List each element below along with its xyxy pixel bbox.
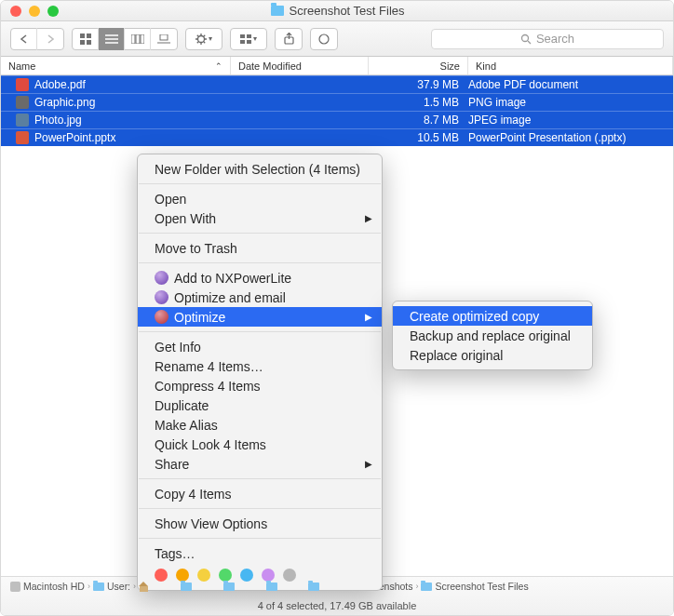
- svg-line-17: [197, 34, 198, 35]
- menu-open[interactable]: Open: [138, 189, 382, 208]
- menu-new-folder[interactable]: New Folder with Selection (4 Items): [138, 159, 382, 179]
- svg-line-18: [204, 41, 205, 42]
- menu-trash[interactable]: Move to Trash: [138, 238, 382, 258]
- svg-rect-3: [87, 40, 91, 45]
- file-icon: [16, 96, 29, 109]
- window-title: Screenshot Test Files: [59, 4, 617, 18]
- file-size: 10.5 MB: [369, 131, 468, 144]
- file-size: 1.5 MB: [369, 96, 468, 109]
- minimize-button[interactable]: [29, 6, 40, 17]
- chevron-right-icon: ›: [88, 582, 90, 591]
- svg-rect-22: [247, 34, 251, 38]
- menu-view-options[interactable]: Show View Options: [138, 514, 382, 533]
- file-kind: PNG image: [468, 96, 673, 109]
- menu-open-with[interactable]: Open With▶: [138, 208, 382, 228]
- svg-line-29: [528, 41, 531, 44]
- menu-rename[interactable]: Rename 4 Items…: [138, 356, 382, 376]
- column-name[interactable]: Name⌃: [1, 57, 231, 74]
- column-date[interactable]: Date Modified: [231, 57, 369, 74]
- file-name: Photo.jpg: [34, 114, 82, 127]
- file-icon: [16, 78, 29, 91]
- file-row[interactable]: PowerPoint.pptx10.5 MBPowerPoint Present…: [1, 128, 673, 146]
- optimize-submenu: Create optimized copy Backup and replace…: [392, 301, 593, 370]
- menu-get-info[interactable]: Get Info: [138, 337, 382, 356]
- close-button[interactable]: [10, 6, 21, 17]
- tag-color[interactable]: [219, 569, 232, 582]
- nav-buttons: [10, 28, 64, 50]
- menu-optimize-email[interactable]: Optimize and email: [138, 288, 382, 307]
- submenu-arrow-icon: ▶: [365, 213, 372, 223]
- file-icon: [16, 131, 29, 144]
- column-size[interactable]: Size: [369, 57, 468, 74]
- tags-button[interactable]: [310, 28, 338, 50]
- status-bar: 4 of 4 selected, 17.49 GB available: [1, 596, 673, 616]
- menu-quick-look[interactable]: Quick Look 4 Items: [138, 435, 382, 454]
- svg-rect-8: [136, 34, 140, 44]
- back-button[interactable]: [11, 28, 37, 50]
- svg-rect-1: [87, 33, 91, 38]
- tag-color[interactable]: [262, 569, 275, 582]
- svg-rect-21: [240, 34, 245, 38]
- svg-rect-10: [160, 34, 168, 40]
- fld-icon: [223, 583, 235, 591]
- menu-tags[interactable]: Tags…: [138, 543, 382, 563]
- file-size: 8.7 MB: [369, 114, 468, 127]
- column-kind[interactable]: Kind: [468, 57, 673, 74]
- menu-make-alias[interactable]: Make Alias: [138, 415, 382, 435]
- svg-point-27: [319, 34, 329, 44]
- menu-duplicate[interactable]: Duplicate: [138, 395, 382, 415]
- menu-add-nxpowerlite[interactable]: Add to NXPowerLite: [138, 268, 382, 288]
- submenu-arrow-icon: ▶: [365, 312, 372, 322]
- menu-optimize[interactable]: Optimize▶: [138, 307, 382, 327]
- folder-icon: [271, 6, 284, 16]
- svg-rect-23: [240, 40, 245, 44]
- sort-indicator-icon: ⌃: [215, 61, 222, 71]
- file-size: 37.9 MB: [369, 78, 468, 91]
- file-icon: [16, 114, 29, 127]
- forward-button[interactable]: [37, 28, 63, 50]
- submenu-replace[interactable]: Replace original: [393, 345, 592, 365]
- toolbar: ▾ ▾ Search: [1, 21, 673, 57]
- arrange-dropdown[interactable]: ▾: [230, 28, 267, 50]
- file-list[interactable]: Adobe.pdf37.9 MBAdobe PDF documentGraphi…: [1, 75, 673, 576]
- fld-icon: [421, 583, 432, 591]
- file-kind: JPEG image: [468, 114, 673, 127]
- action-dropdown[interactable]: ▾: [185, 28, 222, 50]
- file-row[interactable]: Adobe.pdf37.9 MBAdobe PDF document: [1, 75, 673, 93]
- svg-line-20: [204, 34, 205, 35]
- view-mode-buttons: [72, 28, 178, 50]
- tag-color[interactable]: [283, 569, 296, 582]
- submenu-backup-replace[interactable]: Backup and replace original: [393, 326, 592, 345]
- coverflow-view-button[interactable]: [151, 28, 177, 50]
- path-item[interactable]: Screenshot Test Files: [421, 581, 528, 592]
- menu-copy[interactable]: Copy 4 Items: [138, 484, 382, 503]
- zoom-button[interactable]: [47, 6, 59, 17]
- svg-rect-0: [80, 33, 85, 38]
- nxpowerlite-icon: [155, 290, 168, 304]
- column-view-button[interactable]: [125, 28, 151, 50]
- path-item[interactable]: User:: [93, 581, 130, 592]
- tag-color-row: [138, 563, 382, 585]
- share-button[interactable]: [275, 28, 303, 50]
- hm-icon: [139, 582, 149, 592]
- fld-icon: [181, 583, 192, 591]
- path-item[interactable]: Macintosh HD: [10, 581, 85, 592]
- tag-color[interactable]: [240, 569, 253, 582]
- window-title-text: Screenshot Test Files: [289, 4, 404, 18]
- submenu-create-copy[interactable]: Create optimized copy: [393, 306, 592, 326]
- tag-color[interactable]: [197, 569, 210, 582]
- fld-icon: [266, 583, 277, 591]
- nxpowerlite-icon: [155, 310, 168, 324]
- file-row[interactable]: Photo.jpg8.7 MBJPEG image: [1, 111, 673, 128]
- column-headers: Name⌃ Date Modified Size Kind: [1, 57, 673, 75]
- file-row[interactable]: Graphic.png1.5 MBPNG image: [1, 93, 673, 111]
- fld-icon: [308, 583, 319, 591]
- menu-share[interactable]: Share▶: [138, 454, 382, 474]
- svg-rect-2: [80, 40, 85, 45]
- tag-color[interactable]: [176, 569, 189, 582]
- icon-view-button[interactable]: [73, 28, 99, 50]
- menu-compress[interactable]: Compress 4 Items: [138, 376, 382, 395]
- search-field[interactable]: Search: [431, 29, 664, 49]
- tag-color[interactable]: [155, 569, 168, 582]
- list-view-button[interactable]: [99, 28, 125, 50]
